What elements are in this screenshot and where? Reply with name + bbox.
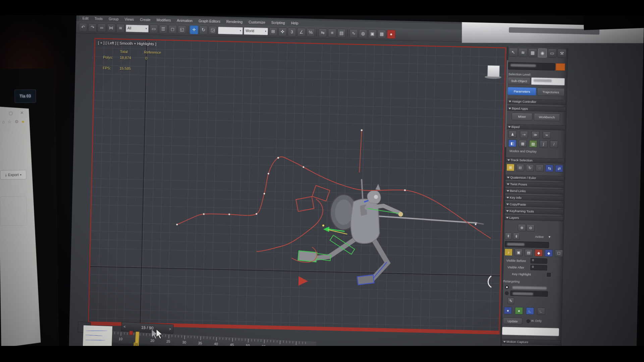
workbench-button[interactable]: Workbench [534,113,560,121]
biped-playback-icon[interactable]: ◧ [508,139,516,147]
named-selection-field[interactable]: ▾ [218,26,243,35]
sub-object-button[interactable]: Sub-Object [508,77,531,85]
layer-manager-icon[interactable]: ▤ [337,28,346,38]
reference-coordinate-dropdown[interactable]: World▾ [244,27,268,35]
menu-tools[interactable]: Tools [95,16,103,21]
rollout-copy-paste[interactable]: Copy/Paste [504,201,564,208]
retarget-green-icon[interactable]: ● [515,307,523,315]
mixer-mode-icon[interactable]: ≍ [543,131,551,139]
close-icon[interactable]: ✕ [20,110,24,115]
scale-icon[interactable]: ◲ [209,25,217,35]
retarget-foot-icon[interactable]: ∟ [526,307,534,315]
layer-delete-icon[interactable]: ◆ [535,249,543,257]
layer-active-caret[interactable]: ▾ [546,233,552,240]
retarget-foot2-icon[interactable]: ∟ [537,307,545,315]
ik-only-radio[interactable] [526,319,530,323]
menu-graph-editors[interactable]: Graph Editors [199,19,220,23]
menu-animation[interactable]: Animation [177,18,193,23]
angle-snap-icon[interactable]: ∠ [297,27,306,37]
rollout-twist-poses[interactable]: Twist Poses [505,181,564,188]
rect-region-icon[interactable]: ◻ [168,25,177,34]
render-setup-icon[interactable]: ▣ [368,29,377,38]
layer-down-icon[interactable]: ⇟ [513,233,520,240]
menu-customize[interactable]: Customize [249,20,265,24]
current-frame-marker[interactable] [135,331,139,343]
layer-list-icon[interactable]: ▤ [525,249,533,257]
modes-display-expander[interactable]: Modes and Display [509,149,537,153]
select-by-name-icon[interactable]: ☰ [159,24,168,34]
menu-group[interactable]: Group [109,17,118,21]
select-move-icon[interactable]: ✛ [190,25,199,34]
trajectories-button[interactable]: Trajectories [537,87,565,96]
retarget-radio-1[interactable] [505,285,509,289]
viewcube-cube[interactable] [487,65,500,77]
layer-up-icon[interactable]: ⇞ [505,232,512,240]
home-icon[interactable]: ⌂ [2,119,5,124]
figure-mode-icon[interactable]: ♟ [508,130,517,138]
key-highlight-checkbox[interactable] [547,273,551,277]
trajectory-keys[interactable] [176,125,478,232]
object-color-swatch[interactable] [556,63,565,71]
bind-spacewarp-icon[interactable]: ≋ [116,23,125,33]
layer-name-field[interactable] [505,241,549,248]
tab-display[interactable]: ▭ [547,49,557,58]
body-horizontal-icon[interactable]: ⊞ [506,164,515,171]
rollout-track-selection[interactable]: Track Selection [505,157,565,164]
layer-check-icon[interactable]: ☐ [555,250,563,257]
unlink-icon[interactable]: ⋈ [107,23,116,33]
update-button[interactable]: Update [503,317,522,324]
trajectory-pelvis[interactable] [257,197,323,253]
visible-before-field[interactable]: 0 [530,258,547,264]
menu-rendering[interactable]: Rendering [226,19,243,24]
rendered-frame-icon[interactable]: ▦ [378,29,386,39]
menu-create[interactable]: Create [140,17,151,22]
snap-set-key-button[interactable] [502,327,559,336]
viewport-left[interactable]: [ + ] [ Left ] [ Smooth + Highlights ] T… [88,38,506,335]
symmetry-icon[interactable]: ⇆ [545,165,553,172]
rollout-biped-apps[interactable]: Biped Apps [507,106,566,112]
layer-lock-icon[interactable]: ▣ [515,249,523,256]
object-name-field[interactable] [508,62,555,70]
use-pivot-icon[interactable]: ⊞ [269,27,278,36]
tab-modify[interactable]: ≋ [518,48,528,57]
mirror-icon[interactable]: ⇋ [319,28,327,37]
rollout-quaternion-euler[interactable]: Quaternion / Euler [505,175,564,181]
redo-icon[interactable]: ↷ [88,23,97,32]
footstep-mode-icon[interactable]: ⇢ [520,131,528,138]
opposite-icon[interactable]: ⇄ [555,165,563,172]
menu-modifiers[interactable]: Modifiers [157,18,171,22]
save-file-icon[interactable]: ▨ [529,140,537,148]
keyframe-marker[interactable] [129,331,133,335]
rollout-assign-controller[interactable]: Assign Controller [507,99,566,105]
rollout-biped[interactable]: Biped [506,124,565,130]
biped-back-leg[interactable] [372,240,388,280]
star-icon[interactable]: ☆ [8,119,12,124]
retarget-name-field[interactable] [510,291,548,297]
body-vertical-icon[interactable]: ⊟ [516,164,524,172]
biped-front-leg[interactable] [313,238,356,259]
layer-tool-icon[interactable]: ♪ [504,248,513,256]
menu-edit[interactable]: Edit [83,16,89,20]
select-link-icon[interactable]: ∞ [98,23,106,32]
tab-create[interactable]: ↖ [508,48,518,57]
delete-layer-icon[interactable]: ⊖ [527,224,535,232]
rollout-key-info[interactable]: Key Info [505,195,564,201]
rotate-icon[interactable]: ↻ [199,25,208,35]
mixer-button[interactable]: Mixer [512,113,533,121]
menu-views[interactable]: Views [124,17,134,21]
select-manipulate-icon[interactable]: ✜ [278,27,287,36]
move-all-icon[interactable]: / [550,140,558,148]
viewcube[interactable] [485,63,502,81]
select-object-icon[interactable]: ▭ [150,24,158,33]
selection-filter-dropdown[interactable]: All▾ [126,24,149,33]
gear-icon[interactable]: ⚙ [15,119,19,124]
sub-object-dropdown[interactable] [531,77,565,85]
window-crossing-icon[interactable]: ◱ [178,25,186,34]
previous-frame-arrow[interactable]: < [123,324,126,328]
visible-after-field[interactable]: 0 [530,265,547,270]
undo-icon[interactable]: ↶ [79,23,88,32]
convert-icon[interactable]: ∫ [539,140,547,148]
graph-editors-icon[interactable]: ∿ [350,29,358,38]
export-button[interactable]: ⤓ Export ▾ [0,170,26,180]
back-foot[interactable] [357,275,374,285]
